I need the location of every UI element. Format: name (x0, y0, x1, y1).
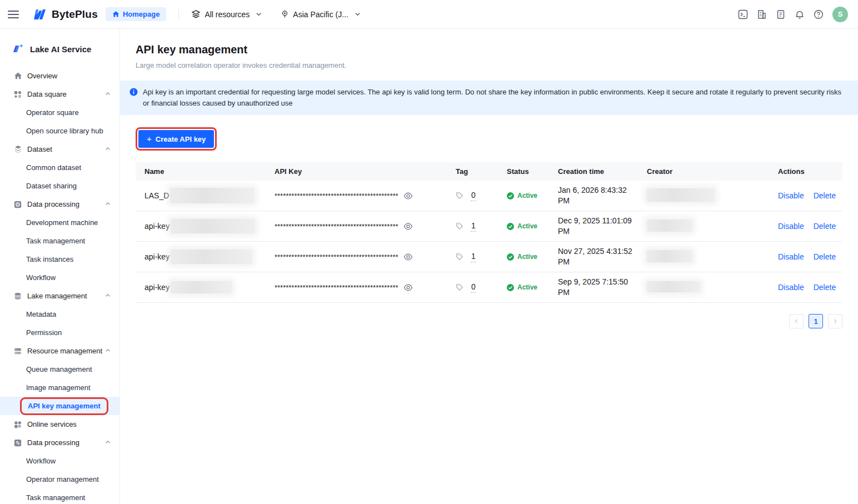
delete-link[interactable]: Delete (814, 222, 836, 231)
sidebar-item-overview[interactable]: Overview (0, 67, 119, 85)
redacted-blur (647, 281, 700, 292)
status-label: Active (517, 222, 537, 230)
tag-count[interactable]: 0 (471, 191, 476, 201)
homepage-button[interactable]: Homepage (106, 7, 166, 21)
sidebar-group-lake-management[interactable]: Lake management (0, 287, 119, 305)
status-active-icon (507, 284, 514, 291)
show-key-eye-icon[interactable] (403, 191, 413, 201)
region-label: Asia Pacific (J... (293, 10, 348, 19)
table-row: LAS_D **********************************… (136, 181, 842, 211)
region-dropdown[interactable]: Asia Pacific (J... (281, 10, 361, 19)
column-header-creator: Creator (647, 167, 778, 176)
column-header-name: Name (136, 167, 275, 176)
redacted-blur (171, 249, 252, 264)
tag-icon (456, 192, 463, 199)
column-header-actions: Actions (778, 167, 842, 176)
delete-link[interactable]: Delete (814, 283, 836, 292)
pagination-page-1[interactable]: 1 (809, 314, 823, 328)
sidebar-group-data-square[interactable]: Data square (0, 85, 119, 103)
delete-link[interactable]: Delete (814, 252, 836, 261)
brand-name: BytePlus (52, 8, 98, 21)
info-banner: Api key is an important credential for r… (120, 81, 858, 115)
column-header-creation-time: Creation time (558, 167, 647, 176)
api-key-name: api-key (144, 252, 169, 261)
disable-link[interactable]: Disable (778, 191, 804, 200)
documentation-icon[interactable] (771, 5, 790, 24)
show-key-eye-icon[interactable] (403, 252, 413, 262)
sidebar-item-task-instances[interactable]: Task instances (0, 250, 119, 268)
plus-icon: + (147, 134, 152, 143)
sidebar-item-metadata[interactable]: Metadata (0, 305, 119, 323)
sidebar-item-operator-square[interactable]: Operator square (0, 103, 119, 122)
column-header-api-key: API Key (275, 167, 456, 176)
column-header-tag: Tag (456, 167, 507, 176)
page-subtitle: Large model correlation operator invokes… (136, 61, 842, 69)
home-icon (112, 11, 119, 18)
disable-link[interactable]: Disable (778, 283, 804, 292)
grid-icon (13, 91, 22, 98)
sidebar-item-task-management[interactable]: Task management (0, 232, 119, 250)
sidebar-item-workflow[interactable]: Workflow (0, 268, 119, 287)
sidebar-item-queue-management[interactable]: Queue management (0, 360, 119, 378)
chevron-up-icon (105, 200, 111, 208)
redacted-blur (647, 250, 692, 262)
sidebar-group-resource-management[interactable]: Resource management (0, 342, 119, 360)
sidebar-item-development-machine[interactable]: Development machine (0, 213, 119, 232)
disable-link[interactable]: Disable (778, 252, 804, 261)
cli-terminal-icon[interactable] (734, 5, 752, 24)
sidebar-group-dataset[interactable]: Dataset (0, 140, 119, 158)
status-active-icon (507, 192, 514, 199)
redacted-blur (647, 188, 715, 202)
chevron-up-icon (105, 347, 111, 355)
pagination: 1 (136, 314, 842, 328)
byteplus-logo-icon (33, 8, 48, 21)
sidebar-item-image-management[interactable]: Image management (0, 378, 119, 397)
sidebar-item-dataset-sharing[interactable]: Dataset sharing (0, 177, 119, 195)
pagination-prev-button[interactable] (789, 314, 804, 328)
tag-count[interactable]: 1 (471, 221, 476, 232)
api-key-name: LAS_D (144, 191, 169, 200)
byteplus-logo[interactable]: BytePlus (33, 8, 98, 21)
sidebar-item-api-key-management[interactable]: API key management (0, 397, 119, 415)
chevron-up-icon (105, 90, 111, 98)
sidebar-item-open-source-library-hub[interactable]: Open source library hub (0, 122, 119, 140)
sidebar-group-data-processing[interactable]: Data processing (0, 195, 119, 213)
chevron-up-icon (105, 438, 111, 447)
database-icon (13, 292, 22, 300)
sidebar-group-data-processing-2[interactable]: Data processing (0, 433, 119, 452)
delete-link[interactable]: Delete (814, 191, 836, 200)
chevron-left-icon (794, 318, 799, 324)
user-avatar[interactable]: S (832, 7, 848, 22)
table-header-row: Name API Key Tag Status Creation time Cr… (136, 162, 842, 181)
masked-api-key: ****************************************… (275, 253, 398, 261)
tag-count[interactable]: 0 (471, 282, 476, 293)
top-navigation-bar: BytePlus Homepage All resources Asia Pac… (0, 0, 858, 29)
redacted-blur (171, 281, 232, 293)
creation-time: Jan 6, 2026 8:43:32 PM (558, 185, 647, 206)
sidebar-item-permission[interactable]: Permission (0, 323, 119, 342)
show-key-eye-icon[interactable] (403, 283, 413, 292)
tag-icon (456, 283, 463, 291)
sidebar-item-operator-management[interactable]: Operator management (0, 470, 119, 488)
disable-link[interactable]: Disable (778, 222, 804, 231)
show-key-eye-icon[interactable] (403, 222, 413, 231)
banner-text: Api key is an important credential for r… (143, 87, 846, 109)
resources-layers-icon (191, 9, 201, 19)
help-icon[interactable] (809, 5, 828, 24)
sidebar-item-workflow-2[interactable]: Workflow (0, 452, 119, 470)
redacted-blur (171, 219, 255, 233)
column-header-status: Status (507, 167, 558, 176)
create-api-key-button[interactable]: + Create API key (138, 130, 214, 148)
all-resources-dropdown[interactable]: All resources (191, 9, 262, 19)
organization-building-icon[interactable] (752, 5, 771, 24)
hamburger-menu-icon[interactable] (8, 11, 19, 18)
pagination-next-button[interactable] (828, 314, 842, 328)
sidebar: Lake AI Service Overview Data square Ope… (0, 29, 120, 504)
tag-count[interactable]: 1 (471, 252, 476, 262)
status-active-icon (507, 253, 514, 261)
notifications-bell-icon[interactable] (790, 5, 809, 24)
sidebar-item-online-services[interactable]: Online services (0, 415, 119, 433)
location-pin-icon (281, 10, 289, 18)
sidebar-item-common-dataset[interactable]: Common dataset (0, 158, 119, 177)
sidebar-item-task-management-2[interactable]: Task management (0, 488, 119, 504)
